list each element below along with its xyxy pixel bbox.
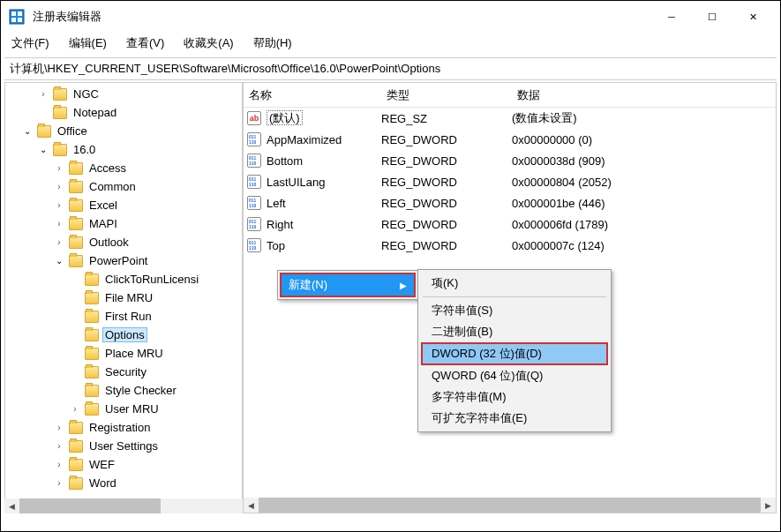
- tree-item[interactable]: File MRU: [5, 288, 243, 307]
- tree-item[interactable]: ›Registration: [5, 418, 243, 437]
- scroll-thumb[interactable]: [19, 498, 161, 513]
- close-button[interactable]: ✕: [732, 4, 773, 30]
- scroll-right-icon[interactable]: ▶: [761, 498, 776, 513]
- value-row[interactable]: 011110LastUILangREG_DWORD0x00000804 (205…: [244, 171, 776, 192]
- tree-label: First Run: [102, 309, 154, 324]
- svg-rect-4: [18, 18, 22, 22]
- tree-item[interactable]: ›Outlook: [5, 233, 243, 251]
- value-row[interactable]: 011110BottomREG_DWORD0x0000038d (909): [244, 150, 776, 171]
- tree-pane[interactable]: ›NGCNotepad⌄Office⌄16.0›Access›Common›Ex…: [4, 82, 243, 513]
- tree-item[interactable]: ⌄Office: [5, 122, 243, 140]
- tree-item[interactable]: Security: [5, 363, 243, 381]
- tree-label: ClickToRunLicensi: [102, 272, 201, 287]
- maximize-button[interactable]: ☐: [692, 4, 732, 30]
- scroll-left-icon[interactable]: ◀: [244, 498, 259, 513]
- context-new-item[interactable]: 新建(N) ▶: [280, 273, 416, 297]
- submenu-item[interactable]: 二进制值(B): [421, 321, 608, 342]
- tree-item[interactable]: Options: [5, 326, 243, 344]
- tree-label: Common: [86, 179, 139, 194]
- tree-item[interactable]: ›Word: [5, 474, 243, 492]
- binary-value-icon: 011110: [247, 154, 261, 168]
- minimize-button[interactable]: ─: [651, 4, 692, 30]
- tree-item[interactable]: ›User Settings: [5, 437, 243, 455]
- tree-item[interactable]: ›Excel: [5, 196, 243, 214]
- chevron-right-icon[interactable]: ›: [53, 237, 65, 247]
- tree-item[interactable]: ⌄PowerPoint: [5, 251, 243, 270]
- value-data: 0x000001be (446): [512, 197, 776, 210]
- chevron-right-icon[interactable]: ›: [53, 441, 65, 451]
- values-pane[interactable]: 名称 类型 数据 ab(默认)REG_SZ(数值未设置)011110AppMax…: [243, 82, 777, 513]
- binary-value-icon: 011110: [247, 196, 261, 210]
- tree-label: Notepad: [71, 105, 119, 120]
- menu-view[interactable]: 查看(V): [123, 34, 168, 53]
- tree-item[interactable]: ›MAPI: [5, 214, 243, 233]
- tree-item[interactable]: Style Checker: [5, 381, 243, 400]
- tree-item[interactable]: ›Access: [5, 159, 243, 177]
- folder-icon: [69, 255, 83, 267]
- value-data: 0x0000007c (124): [512, 239, 776, 252]
- submenu-item[interactable]: 字符串值(S): [421, 300, 608, 321]
- submenu-arrow-icon: ▶: [400, 281, 407, 290]
- value-type: REG_SZ: [381, 112, 512, 125]
- submenu-item[interactable]: QWORD (64 位)值(Q): [421, 365, 608, 386]
- scroll-left-icon[interactable]: ◀: [4, 498, 19, 513]
- chevron-right-icon[interactable]: ›: [53, 460, 65, 469]
- chevron-right-icon[interactable]: ›: [69, 404, 81, 414]
- value-row[interactable]: ab(默认)REG_SZ(数值未设置): [244, 108, 776, 129]
- chevron-right-icon[interactable]: ›: [53, 423, 65, 432]
- value-type: REG_DWORD: [381, 218, 512, 231]
- folder-icon: [69, 236, 83, 249]
- value-name: Right: [267, 218, 381, 231]
- chevron-right-icon[interactable]: ›: [53, 182, 65, 191]
- tree-label: WEF: [86, 457, 117, 472]
- value-name: (默认): [267, 110, 381, 126]
- tree-label: Options: [102, 327, 147, 342]
- submenu-item[interactable]: 可扩充字符串值(E): [421, 408, 608, 429]
- value-row[interactable]: 011110LeftREG_DWORD0x000001be (446): [244, 192, 776, 214]
- scroll-thumb[interactable]: [259, 498, 761, 513]
- chevron-right-icon[interactable]: ›: [37, 89, 49, 99]
- folder-icon: [53, 88, 67, 101]
- tree-item[interactable]: ›WEF: [5, 455, 243, 474]
- chevron-right-icon[interactable]: ›: [53, 163, 65, 173]
- tree-item[interactable]: First Run: [5, 307, 243, 326]
- chevron-right-icon[interactable]: ›: [53, 219, 65, 229]
- chevron-right-icon[interactable]: ›: [53, 200, 65, 210]
- tree-h-scrollbar[interactable]: ◀ ▶: [4, 498, 243, 513]
- tree-item[interactable]: ›User MRU: [5, 400, 243, 418]
- submenu-item[interactable]: DWORD (32 位)值(D): [421, 342, 608, 365]
- statusbar: [1, 515, 780, 531]
- tree-item[interactable]: ›NGC: [5, 85, 243, 103]
- tree-item[interactable]: ⌄16.0: [5, 140, 243, 159]
- value-row[interactable]: 011110AppMaximizedREG_DWORD0x00000000 (0…: [244, 129, 776, 150]
- chevron-down-icon[interactable]: ⌄: [37, 145, 49, 154]
- value-type: REG_DWORD: [381, 176, 512, 189]
- value-row[interactable]: 011110TopREG_DWORD0x0000007c (124): [244, 235, 776, 256]
- col-type[interactable]: 类型: [381, 87, 512, 103]
- value-type: REG_DWORD: [381, 133, 512, 146]
- chevron-down-icon[interactable]: ⌄: [21, 126, 34, 136]
- menu-help[interactable]: 帮助(H): [250, 34, 296, 53]
- menubar: 文件(F) 编辑(E) 查看(V) 收藏夹(A) 帮助(H): [1, 33, 780, 54]
- folder-icon: [85, 348, 99, 360]
- value-row[interactable]: 011110RightREG_DWORD0x000006fd (1789): [244, 214, 776, 235]
- menu-edit[interactable]: 编辑(E): [65, 34, 110, 53]
- tree-item[interactable]: Notepad: [5, 103, 243, 122]
- chevron-down-icon[interactable]: ⌄: [53, 256, 65, 266]
- submenu-item[interactable]: 多字符串值(M): [421, 386, 608, 408]
- chevron-right-icon[interactable]: ›: [53, 478, 65, 488]
- col-data[interactable]: 数据: [512, 87, 776, 103]
- tree-item[interactable]: Place MRU: [5, 344, 243, 363]
- address-bar[interactable]: 计算机\HKEY_CURRENT_USER\Software\Microsoft…: [4, 57, 777, 80]
- context-menu: 新建(N) ▶ 项(K)字符串值(S)二进制值(B)DWORD (32 位)值(…: [277, 270, 418, 300]
- folder-icon: [85, 366, 99, 378]
- col-name[interactable]: 名称: [244, 87, 381, 103]
- tree-item[interactable]: ›Common: [5, 177, 243, 196]
- values-h-scrollbar[interactable]: ◀ ▶: [244, 498, 776, 513]
- tree-item[interactable]: ClickToRunLicensi: [5, 270, 243, 288]
- submenu-item[interactable]: 项(K): [421, 273, 608, 294]
- value-name: AppMaximized: [267, 133, 381, 146]
- value-data: 0x0000038d (909): [512, 154, 776, 168]
- menu-favorites[interactable]: 收藏夹(A): [180, 34, 237, 53]
- menu-file[interactable]: 文件(F): [8, 34, 53, 53]
